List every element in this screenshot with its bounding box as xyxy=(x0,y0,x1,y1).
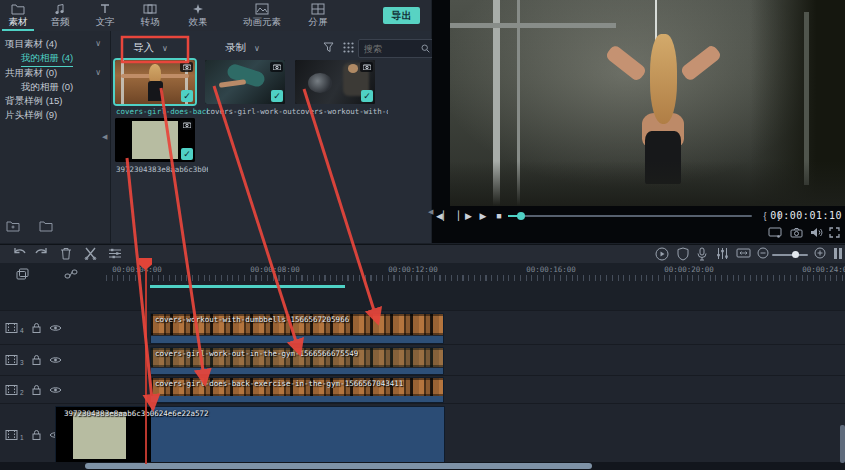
collapse-media-panel-icon[interactable]: ◀ xyxy=(428,208,433,216)
lock-icon[interactable] xyxy=(32,322,41,333)
sidebar-item-project-media[interactable]: 项目素材 (4) ∨ xyxy=(0,37,110,51)
record-voiceover-mic-icon[interactable] xyxy=(697,247,707,261)
zoom-in-icon[interactable] xyxy=(814,247,826,259)
tab-media[interactable]: 素材 xyxy=(0,2,36,30)
preview-panel: ◀▏ ▏▶ ▶ ■ { } 00:00:01:10 xyxy=(432,0,845,243)
tab-effects[interactable]: 效果 xyxy=(180,2,216,30)
media-item-girl-work-out[interactable]: ✓ xyxy=(205,60,285,104)
checked-icon[interactable]: ✓ xyxy=(361,90,373,102)
media-library-panel: 导入∨ 录制∨ ✓ ✓ xyxy=(111,31,431,243)
checked-icon[interactable]: ✓ xyxy=(181,90,193,102)
fit-timeline-icon[interactable] xyxy=(736,247,751,259)
chevron-down-icon: ∨ xyxy=(254,44,260,53)
horizontal-scrollbar-thumb[interactable] xyxy=(85,463,592,469)
search-icon[interactable] xyxy=(421,44,430,53)
media-item-hash-clip[interactable]: ✓ xyxy=(115,118,195,162)
tab-splitscreen[interactable]: 分屏 xyxy=(300,2,336,30)
media-item-label: 3972304383e8aab6c3b0624 xyxy=(116,165,208,174)
seek-knob[interactable] xyxy=(517,212,525,220)
media-item-girl-does-back[interactable]: ✓ xyxy=(115,60,195,104)
delete-trash-icon[interactable] xyxy=(60,247,72,260)
track-number: 2 xyxy=(20,388,24,395)
volume-icon[interactable] xyxy=(810,227,823,238)
vertical-scrollbar-thumb[interactable] xyxy=(840,425,845,463)
ruler-label: 00:00:24:00 xyxy=(799,265,845,274)
timeline-zoom-slider[interactable] xyxy=(772,254,808,256)
track-header-2: 2 xyxy=(5,384,62,395)
splitscreen-icon xyxy=(300,3,336,16)
sidebar-item-background-samples[interactable]: 背景样例 (15) xyxy=(0,94,110,108)
audio-mixer-icon[interactable] xyxy=(716,247,729,260)
lock-icon[interactable] xyxy=(32,355,41,366)
sidebar-item-my-album[interactable]: 我的相册 (4) xyxy=(0,51,110,65)
sidebar-item-shared-media[interactable]: 共用素材 (0) ∨ xyxy=(0,66,110,80)
track-type-icon xyxy=(5,429,18,440)
sidebar-item-intro-samples[interactable]: 片头样例 (9) xyxy=(0,108,110,122)
tab-text[interactable]: 文字 xyxy=(87,2,123,30)
import-dropdown[interactable]: 导入∨ xyxy=(133,38,168,56)
tab-label: 动画元素 xyxy=(232,16,292,28)
eye-icon[interactable] xyxy=(49,323,62,332)
timeline-zoom-knob[interactable] xyxy=(792,251,799,258)
folder-icon[interactable] xyxy=(39,220,54,232)
camera-badge-icon xyxy=(270,62,283,72)
tab-label: 文字 xyxy=(87,16,123,28)
next-frame-button[interactable]: ▏▶ xyxy=(456,206,474,226)
collapse-sidebar-icon[interactable]: ◀ xyxy=(102,133,107,141)
split-scissors-icon[interactable] xyxy=(84,247,97,260)
checked-icon[interactable]: ✓ xyxy=(181,148,193,160)
tab-audio[interactable]: 音频 xyxy=(42,2,78,30)
ruler-label: 00:00:04:00 xyxy=(109,265,165,274)
tab-label: 素材 xyxy=(0,16,36,28)
link-icon[interactable] xyxy=(64,268,78,280)
timeline-clip-work-out-gym[interactable]: covers-girl-work-out-in-the-gym-15665666… xyxy=(150,347,444,375)
lock-icon[interactable] xyxy=(32,384,41,395)
search-input[interactable] xyxy=(362,43,421,55)
filter-icon[interactable] xyxy=(323,42,334,53)
eye-icon[interactable] xyxy=(49,385,62,394)
chevron-down-icon[interactable]: ∨ xyxy=(95,37,101,51)
display-device-icon[interactable] xyxy=(768,227,782,238)
mark-in-button[interactable]: { xyxy=(760,206,770,226)
play-button[interactable]: ▶ xyxy=(476,206,490,226)
seek-bar[interactable] xyxy=(508,215,752,217)
redo-icon[interactable] xyxy=(34,247,49,260)
export-button[interactable]: 导出 xyxy=(383,7,420,24)
zoom-out-icon[interactable] xyxy=(757,247,769,259)
music-icon xyxy=(42,3,78,16)
previous-frame-button[interactable]: ◀▏ xyxy=(434,206,452,226)
playhead-line xyxy=(145,268,147,464)
fullscreen-icon[interactable] xyxy=(829,227,840,238)
track-manager-icon[interactable] xyxy=(833,247,843,260)
clip-label: covers-workout-with-dumbbells-1566567205… xyxy=(155,315,441,324)
record-dropdown[interactable]: 录制∨ xyxy=(225,38,260,56)
text-icon xyxy=(87,3,123,16)
duplicate-icon[interactable] xyxy=(16,268,29,280)
track-number: 4 xyxy=(20,326,24,333)
lock-icon[interactable] xyxy=(32,429,41,440)
track-header-1: 1 xyxy=(5,429,62,440)
chevron-down-icon[interactable]: ∨ xyxy=(95,66,101,80)
timeline-ruler[interactable] xyxy=(106,275,845,281)
new-folder-icon[interactable] xyxy=(6,220,21,232)
clip-audio-bar xyxy=(151,368,443,374)
shield-track-icon[interactable] xyxy=(677,247,689,261)
video-preview[interactable] xyxy=(450,0,845,206)
eye-icon[interactable] xyxy=(49,356,62,365)
tab-transitions[interactable]: 转场 xyxy=(132,2,168,30)
timeline-clip-hash[interactable]: 3972304383e8aab6c3b0624e6e22a572 xyxy=(55,406,445,465)
tab-elements[interactable]: 动画元素 xyxy=(232,2,292,30)
timeline-clip-back-exercise[interactable]: covers-girl-does-back-exercise-in-the-gy… xyxy=(150,377,444,403)
media-item-workout-dumbbell[interactable]: ✓ xyxy=(295,60,375,104)
timeline-clip-dumbbells[interactable]: covers-workout-with-dumbbells-1566567205… xyxy=(150,313,444,344)
advanced-edit-icon[interactable] xyxy=(108,247,122,260)
ruler-label: 00:00:08:00 xyxy=(247,265,303,274)
stop-button[interactable]: ■ xyxy=(492,206,506,226)
grid-view-icon[interactable] xyxy=(343,42,354,53)
track-type-icon xyxy=(5,355,18,366)
render-preview-icon[interactable] xyxy=(655,247,669,261)
snapshot-camera-icon[interactable] xyxy=(790,227,803,238)
sidebar-item-my-album-shared[interactable]: 我的相册 (0) xyxy=(0,80,110,94)
checked-icon[interactable]: ✓ xyxy=(271,90,283,102)
undo-icon[interactable] xyxy=(12,247,27,260)
